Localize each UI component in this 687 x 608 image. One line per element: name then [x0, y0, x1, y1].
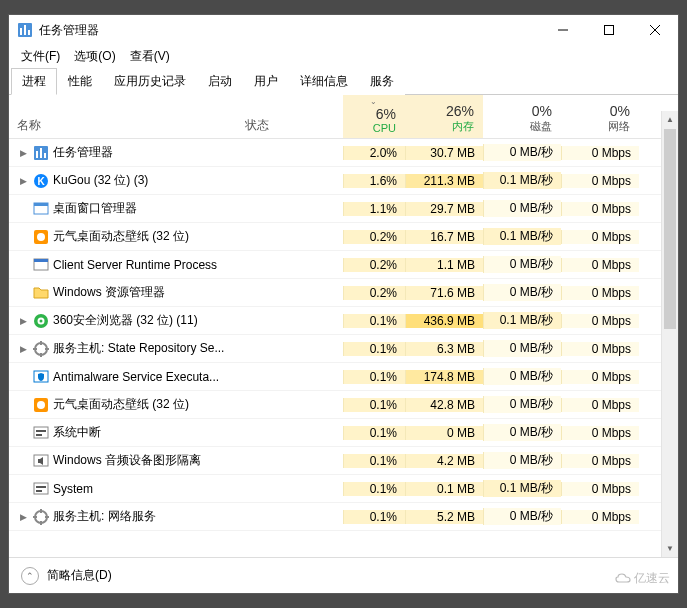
process-network: 0 Mbps	[561, 202, 639, 216]
svg-rect-19	[34, 259, 48, 262]
process-memory: 0 MB	[405, 426, 483, 440]
process-network: 0 Mbps	[561, 426, 639, 440]
process-disk: 0.1 MB/秒	[483, 172, 561, 189]
process-name: 桌面窗口管理器	[53, 200, 137, 217]
process-name-cell: ▶服务主机: 网络服务	[9, 508, 237, 525]
process-row[interactable]: Windows 音频设备图形隔离0.1%4.2 MB0 MB/秒0 Mbps	[9, 447, 678, 475]
table-header: 名称 状态 ⌄ 6%CPU 26%内存 0%磁盘 0%网络	[9, 95, 678, 139]
process-row[interactable]: Antimalware Service Executa...0.1%174.8 …	[9, 363, 678, 391]
expand-chevron-icon[interactable]: ▶	[17, 176, 29, 186]
process-network: 0 Mbps	[561, 230, 639, 244]
process-row[interactable]: ▶KKuGou (32 位) (3)1.6%211.3 MB0.1 MB/秒0 …	[9, 167, 678, 195]
expand-chevron-icon[interactable]: ▶	[17, 512, 29, 522]
fewer-details-link[interactable]: 简略信息(D)	[47, 567, 112, 584]
menu-file[interactable]: 文件(F)	[15, 46, 66, 67]
watermark: 亿速云	[615, 570, 670, 587]
maximize-button[interactable]	[586, 15, 632, 45]
process-memory: 1.1 MB	[405, 258, 483, 272]
scrollbar[interactable]: ▲ ▼	[661, 111, 678, 557]
column-status[interactable]: 状态	[237, 95, 343, 138]
tab-2[interactable]: 应用历史记录	[103, 68, 197, 95]
column-memory[interactable]: 26%内存	[405, 95, 483, 138]
tab-0[interactable]: 进程	[11, 68, 57, 95]
process-row[interactable]: 系统中断0.1%0 MB0 MB/秒0 Mbps	[9, 419, 678, 447]
tab-6[interactable]: 服务	[359, 68, 405, 95]
process-table: 名称 状态 ⌄ 6%CPU 26%内存 0%磁盘 0%网络 ▶任务管理器2.0%…	[9, 95, 678, 557]
process-row[interactable]: Client Server Runtime Process0.2%1.1 MB0…	[9, 251, 678, 279]
app-icon	[17, 22, 33, 38]
process-name-cell: 元气桌面动态壁纸 (32 位)	[9, 396, 237, 413]
process-cpu: 0.1%	[343, 454, 405, 468]
menu-options[interactable]: 选项(O)	[68, 46, 121, 67]
svg-rect-35	[34, 483, 48, 494]
process-memory: 211.3 MB	[405, 174, 483, 188]
svg-rect-10	[40, 148, 42, 158]
process-network: 0 Mbps	[561, 286, 639, 300]
process-disk: 0.1 MB/秒	[483, 312, 561, 329]
process-network: 0 Mbps	[561, 482, 639, 496]
process-memory: 29.7 MB	[405, 202, 483, 216]
process-memory: 0.1 MB	[405, 482, 483, 496]
process-row[interactable]: ▶服务主机: 网络服务0.1%5.2 MB0 MB/秒0 Mbps	[9, 503, 678, 531]
process-memory: 6.3 MB	[405, 342, 483, 356]
process-name: 元气桌面动态壁纸 (32 位)	[53, 396, 189, 413]
column-disk[interactable]: 0%磁盘	[483, 95, 561, 138]
scroll-down-icon[interactable]: ▼	[662, 540, 678, 557]
process-row[interactable]: Windows 资源管理器0.2%71.6 MB0 MB/秒0 Mbps	[9, 279, 678, 307]
process-name-cell: Client Server Runtime Process	[9, 257, 237, 273]
tab-3[interactable]: 启动	[197, 68, 243, 95]
scrollbar-thumb[interactable]	[664, 129, 676, 329]
tab-1[interactable]: 性能	[57, 68, 103, 95]
svg-point-17	[37, 233, 45, 241]
process-name-cell: ▶KKuGou (32 位) (3)	[9, 172, 237, 189]
collapse-chevron-icon[interactable]: ⌃	[21, 567, 39, 585]
process-row[interactable]: ▶任务管理器2.0%30.7 MB0 MB/秒0 Mbps	[9, 139, 678, 167]
expand-chevron-icon[interactable]: ▶	[17, 316, 29, 326]
column-cpu[interactable]: ⌄ 6%CPU	[343, 95, 405, 138]
process-row[interactable]: 元气桌面动态壁纸 (32 位)0.1%42.8 MB0 MB/秒0 Mbps	[9, 391, 678, 419]
process-row[interactable]: 桌面窗口管理器1.1%29.7 MB0 MB/秒0 Mbps	[9, 195, 678, 223]
svg-rect-36	[36, 486, 46, 488]
svg-rect-27	[45, 348, 49, 350]
svg-rect-11	[44, 153, 46, 158]
process-icon	[33, 509, 49, 525]
close-button[interactable]	[632, 15, 678, 45]
menu-view[interactable]: 查看(V)	[124, 46, 176, 67]
minimize-button[interactable]	[540, 15, 586, 45]
process-icon	[33, 313, 49, 329]
titlebar[interactable]: 任务管理器	[9, 15, 678, 45]
process-disk: 0 MB/秒	[483, 256, 561, 273]
tab-4[interactable]: 用户	[243, 68, 289, 95]
process-network: 0 Mbps	[561, 454, 639, 468]
process-disk: 0 MB/秒	[483, 284, 561, 301]
svg-rect-3	[28, 30, 30, 35]
menubar: 文件(F) 选项(O) 查看(V)	[9, 45, 678, 67]
tab-5[interactable]: 详细信息	[289, 68, 359, 95]
process-row[interactable]: 元气桌面动态壁纸 (32 位)0.2%16.7 MB0.1 MB/秒0 Mbps	[9, 223, 678, 251]
process-row[interactable]: ▶服务主机: State Repository Se...0.1%6.3 MB0…	[9, 335, 678, 363]
process-disk: 0 MB/秒	[483, 368, 561, 385]
column-network[interactable]: 0%网络	[561, 95, 639, 138]
process-memory: 42.8 MB	[405, 398, 483, 412]
process-row[interactable]: ▶360安全浏览器 (32 位) (11)0.1%436.9 MB0.1 MB/…	[9, 307, 678, 335]
process-name: 服务主机: 网络服务	[53, 508, 156, 525]
expand-chevron-icon[interactable]: ▶	[17, 344, 29, 354]
table-body[interactable]: ▶任务管理器2.0%30.7 MB0 MB/秒0 Mbps▶KKuGou (32…	[9, 139, 678, 557]
process-disk: 0 MB/秒	[483, 144, 561, 161]
svg-rect-32	[36, 430, 46, 432]
process-name: 服务主机: State Repository Se...	[53, 340, 224, 357]
expand-chevron-icon[interactable]: ▶	[17, 148, 29, 158]
svg-rect-25	[40, 353, 42, 357]
process-row[interactable]: System0.1%0.1 MB0.1 MB/秒0 Mbps	[9, 475, 678, 503]
process-name: 任务管理器	[53, 144, 113, 161]
scroll-up-icon[interactable]: ▲	[662, 111, 678, 128]
svg-rect-37	[36, 490, 42, 492]
process-name: System	[53, 482, 93, 496]
process-disk: 0 MB/秒	[483, 340, 561, 357]
column-name[interactable]: 名称	[9, 95, 237, 138]
process-disk: 0.1 MB/秒	[483, 480, 561, 497]
process-name: 360安全浏览器 (32 位) (11)	[53, 312, 198, 329]
svg-rect-33	[36, 434, 42, 436]
process-memory: 30.7 MB	[405, 146, 483, 160]
process-name-cell: System	[9, 481, 237, 497]
